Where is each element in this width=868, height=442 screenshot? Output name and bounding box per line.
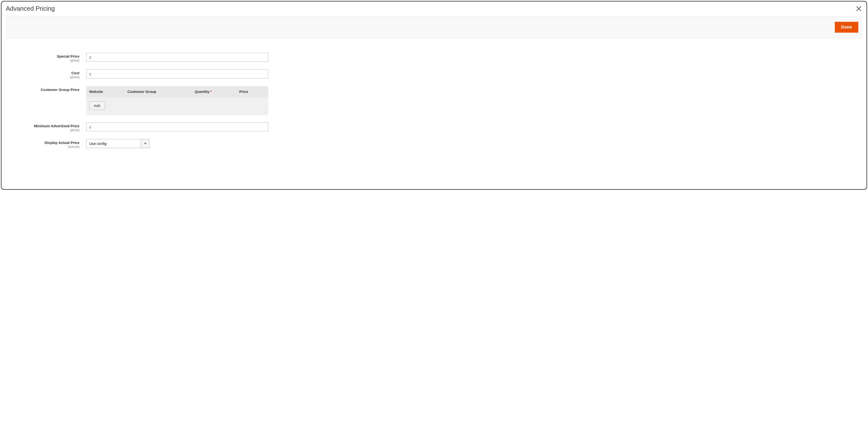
map-input[interactable] — [86, 123, 268, 131]
close-icon — [856, 5, 862, 12]
cost-scope: [global] — [6, 75, 80, 79]
column-price: Price — [239, 90, 266, 94]
toolbar: Done — [6, 16, 862, 38]
customer-group-price-row: Customer Group Price Website Customer Gr… — [6, 86, 862, 115]
display-actual-price-label: Display Actual Price — [6, 141, 80, 145]
tier-price-body: Add — [86, 97, 268, 115]
display-actual-price-select[interactable]: Use config — [86, 139, 141, 148]
special-price-label: Special Price — [6, 54, 80, 58]
cost-row: Cost [global] $ — [6, 69, 862, 79]
display-actual-price-scope: [website] — [6, 145, 80, 148]
cost-label: Cost — [6, 71, 80, 75]
advanced-pricing-modal: Advanced Pricing Done Special Price [glo… — [1, 1, 867, 190]
chevron-down-icon — [141, 139, 150, 148]
tier-price-header: Website Customer Group Quantity* Price — [86, 86, 268, 97]
map-scope: [global] — [6, 129, 80, 132]
map-row: Minimum Advertised Price [global] $ — [6, 123, 862, 132]
display-actual-price-select-wrap: Use config — [86, 139, 150, 148]
cost-input[interactable] — [86, 69, 268, 78]
add-tier-button[interactable]: Add — [89, 101, 105, 110]
tier-price-table: Website Customer Group Quantity* Price A… — [86, 86, 268, 115]
required-asterisk-icon: * — [210, 90, 212, 94]
map-label: Minimum Advertised Price — [6, 124, 80, 128]
display-actual-price-row: Display Actual Price [website] Use confi… — [6, 139, 862, 148]
done-button[interactable]: Done — [835, 22, 858, 33]
column-quantity-label: Quantity — [195, 90, 210, 94]
modal-title: Advanced Pricing — [6, 5, 55, 12]
column-website: Website — [89, 90, 127, 94]
modal-header: Advanced Pricing — [1, 1, 867, 16]
column-quantity: Quantity* — [195, 90, 239, 94]
close-button[interactable] — [856, 5, 862, 12]
special-price-row: Special Price [global] $ — [6, 53, 862, 62]
form-area: Special Price [global] $ Cost [global] $ — [1, 38, 867, 163]
special-price-scope: [global] — [6, 59, 80, 62]
column-customer-group: Customer Group — [127, 90, 195, 94]
customer-group-price-label: Customer Group Price — [6, 88, 80, 92]
special-price-input[interactable] — [86, 53, 268, 62]
